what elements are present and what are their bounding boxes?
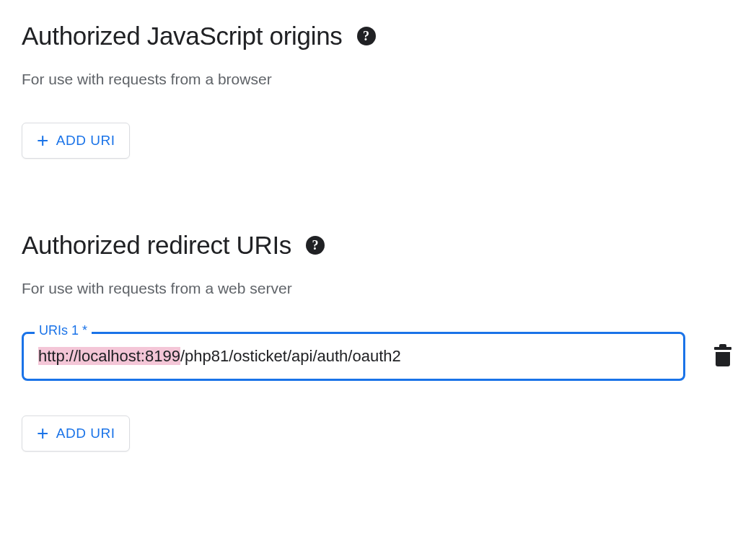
- javascript-origins-section: Authorized JavaScript origins ? For use …: [22, 22, 734, 159]
- plus-icon: +: [37, 423, 49, 444]
- delete-icon[interactable]: [714, 347, 731, 366]
- uri-field-row: URIs 1 * http://localhost:8199/php81/ost…: [22, 332, 734, 381]
- section-title: Authorized redirect URIs: [22, 231, 291, 260]
- uri-field-container: URIs 1 * http://localhost:8199/php81/ost…: [22, 332, 685, 381]
- help-icon[interactable]: ?: [357, 27, 376, 45]
- uri-input[interactable]: http://localhost:8199/php81/osticket/api…: [22, 332, 685, 381]
- uri-rest-part: /php81/osticket/api/auth/oauth2: [180, 347, 401, 365]
- uri-highlighted-part: http://localhost:8199: [38, 347, 180, 365]
- help-icon[interactable]: ?: [306, 236, 325, 255]
- section-title: Authorized JavaScript origins: [22, 22, 343, 50]
- section-subtitle: For use with requests from a web server: [22, 280, 734, 297]
- add-uri-label: ADD URI: [56, 133, 115, 149]
- uri-input-value: http://localhost:8199/php81/osticket/api…: [38, 347, 401, 366]
- add-uri-label: ADD URI: [56, 426, 115, 441]
- redirect-uris-section: Authorized redirect URIs ? For use with …: [22, 231, 734, 452]
- section-header: Authorized JavaScript origins ?: [22, 22, 734, 50]
- section-header: Authorized redirect URIs ?: [22, 231, 734, 260]
- add-uri-button[interactable]: + ADD URI: [22, 415, 130, 452]
- uri-field-label: URIs 1 *: [35, 323, 92, 338]
- section-subtitle: For use with requests from a browser: [22, 71, 734, 88]
- add-uri-button[interactable]: + ADD URI: [22, 123, 130, 159]
- plus-icon: +: [37, 131, 49, 151]
